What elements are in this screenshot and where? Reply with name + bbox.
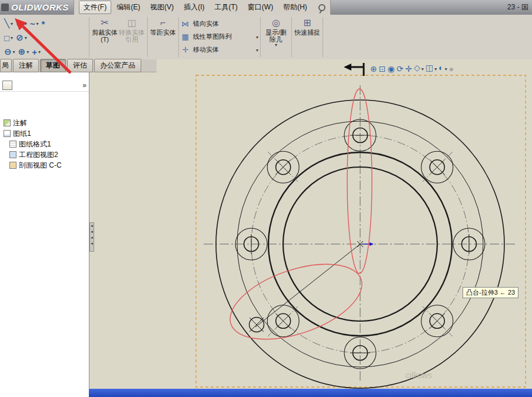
offset-entities-button[interactable]: ⌐ 等距实体 bbox=[149, 15, 177, 59]
convert-entities-button[interactable]: ◫ 转换实体引用 bbox=[118, 15, 145, 59]
tab-layout[interactable]: 局 bbox=[0, 59, 12, 72]
drawing-canvas[interactable]: cilkows bbox=[89, 59, 532, 389]
ellipse-icon: ⊘ bbox=[16, 32, 24, 43]
mirror-entities-label: 镜向实体 bbox=[193, 19, 219, 28]
mirror-entities-button[interactable]: ⋈ 镜向实体 bbox=[181, 18, 258, 29]
tree-item-drawing-view2[interactable]: 工程图视图2 bbox=[0, 149, 89, 160]
scene-icon[interactable]: ● bbox=[449, 64, 454, 74]
sketch-toolbar: ╲ ⊙ ~ * □ ⊘ ⊖ ⊕ + ✂ 剪裁实体(T) ◫ 转换实体引用 bbox=[0, 15, 532, 60]
spline-icon: ~ bbox=[30, 19, 35, 29]
section-view-icon bbox=[9, 162, 16, 169]
menu-file[interactable]: 文件(F) bbox=[79, 1, 111, 14]
menu-help[interactable]: 帮助(H) bbox=[278, 1, 312, 14]
circular-pattern-icon: ⊕ bbox=[18, 46, 26, 57]
tab-evaluate[interactable]: 评估 bbox=[67, 59, 93, 72]
toolbar-separator bbox=[322, 17, 323, 57]
trim-entities-icon: ✂ bbox=[101, 17, 108, 29]
plus-icon: + bbox=[32, 47, 37, 57]
hide-show-items-icon[interactable]: ◐ bbox=[438, 62, 447, 75]
offset-entities-label: 等距实体 bbox=[149, 29, 177, 36]
dropdown-caret-icon[interactable] bbox=[255, 46, 258, 53]
feature-tooltip: 凸台-拉伸3 ← 23 bbox=[463, 287, 518, 298]
tree-item-label: 剖面视图 C-C bbox=[19, 161, 62, 171]
move-entities-label: 移动实体 bbox=[193, 45, 219, 54]
tree-item-label: 图纸格式1 bbox=[19, 139, 51, 149]
panel-splitter-handle[interactable]: ◂◂◂◂ bbox=[89, 222, 94, 252]
display-delete-relations-icon: ◎ bbox=[272, 17, 280, 29]
menu-insert[interactable]: 插入(I) bbox=[179, 1, 209, 14]
trim-entities-button[interactable]: ✂ 剪裁实体(T) bbox=[91, 15, 118, 59]
circle-icon: ⊙ bbox=[16, 18, 24, 29]
spline-tool-button[interactable]: ~ bbox=[29, 19, 39, 29]
tab-sketch[interactable]: 草图 bbox=[40, 59, 66, 72]
dropdown-caret-icon[interactable] bbox=[255, 33, 258, 40]
rotate-view-icon[interactable]: ⟳ bbox=[397, 64, 404, 74]
linear-pattern-icon: ▦ bbox=[181, 32, 190, 41]
toolbar-separator bbox=[178, 17, 179, 57]
view-orientation-icon[interactable]: ◇ bbox=[414, 62, 424, 75]
tree-item-sheet-format1[interactable]: 图纸格式1 bbox=[0, 139, 89, 149]
flange-view bbox=[204, 85, 517, 388]
sheet-tab-icon[interactable] bbox=[2, 81, 12, 90]
menu-bar: 文件(F) 编辑(E) 视图(V) 插入(I) 工具(T) 窗口(W) 帮助(H… bbox=[74, 0, 331, 15]
line-tool-button[interactable]: ╲ bbox=[4, 18, 14, 29]
convert-entities-label: 转换实体引用 bbox=[118, 29, 145, 43]
zoom-fit-icon[interactable]: ⊕ bbox=[370, 64, 377, 74]
display-delete-relations-button[interactable]: ◎ 显示/删除几 ▾ bbox=[262, 15, 290, 59]
tab-annotation[interactable]: 注解 bbox=[13, 59, 39, 72]
slot-tool-button[interactable]: ⊖ bbox=[4, 46, 16, 57]
linear-pattern-button[interactable]: ▦ 线性草图阵列 bbox=[181, 31, 258, 42]
panel-toolbar: » bbox=[0, 79, 89, 92]
solidworks-window: OLIDWORKS 文件(F) 编辑(E) 视图(V) 插入(I) 工具(T) … bbox=[0, 0, 532, 397]
slot-icon: ⊖ bbox=[4, 46, 12, 57]
feature-manager-panel: » 注解 图纸1 图纸格式1 工程图视图2 剖面视图 C-C bbox=[0, 72, 89, 397]
tree-item-annotations[interactable]: 注解 bbox=[0, 118, 89, 128]
app-icon bbox=[1, 4, 9, 11]
toolbar-separator bbox=[147, 17, 148, 57]
sketch-tool-grid: ╲ ⊙ ~ * □ ⊘ ⊖ ⊕ + bbox=[0, 15, 87, 59]
zoom-area-icon[interactable]: ⊡ bbox=[379, 64, 386, 74]
sheet-format-icon bbox=[9, 141, 16, 148]
drawing-area[interactable]: cilkows ⊕ ⊡ ◉ ⟳ ✛ ◇ ◫ ◐ ● 凸台-拉伸3 ← 23 bbox=[89, 59, 532, 389]
quick-snaps-label: 快速捕捉 bbox=[294, 29, 321, 36]
tree-item-label: 注解 bbox=[13, 118, 27, 128]
toolbar-separator bbox=[89, 17, 89, 57]
quick-snaps-button[interactable]: ⊞ 快速捕捉 bbox=[294, 15, 321, 59]
command-manager-tabs: 局 注解 草图 评估 办公室产品 bbox=[0, 59, 157, 72]
tree-item-section-view-cc[interactable]: 剖面视图 C-C bbox=[0, 160, 89, 171]
tree-item-sheet1[interactable]: 图纸1 bbox=[0, 128, 89, 139]
zoom-in-out-icon[interactable]: ◉ bbox=[387, 64, 394, 74]
feature-tree: 注解 图纸1 图纸格式1 工程图视图2 剖面视图 C-C bbox=[0, 118, 89, 171]
app-logo: OLIDWORKS bbox=[11, 2, 69, 12]
heads-up-view-toolbar: ⊕ ⊡ ◉ ⟳ ✛ ◇ ◫ ◐ ● bbox=[370, 62, 454, 75]
move-entities-icon: ✛ bbox=[181, 45, 190, 54]
sheet-icon bbox=[4, 130, 11, 137]
tab-office-products[interactable]: 办公室产品 bbox=[94, 59, 141, 72]
plus-tool-button[interactable]: + bbox=[31, 47, 41, 57]
display-style-icon[interactable]: ◫ bbox=[425, 62, 437, 75]
circle-tool-button[interactable]: ⊙ bbox=[15, 18, 28, 29]
window-title-text: 23 - 国 bbox=[507, 2, 532, 12]
line-icon: ╲ bbox=[4, 18, 9, 29]
menu-window[interactable]: 窗口(W) bbox=[243, 1, 278, 14]
menu-edit[interactable]: 编辑(E) bbox=[112, 1, 145, 14]
rectangle-icon: □ bbox=[4, 33, 9, 43]
pattern-tool-button[interactable]: ⊕ bbox=[18, 46, 30, 57]
drawing-view-icon bbox=[9, 151, 16, 158]
pin-icon[interactable] bbox=[318, 4, 325, 11]
section-arrow bbox=[344, 63, 364, 76]
linear-pattern-label: 线性草图阵列 bbox=[193, 32, 232, 41]
red-markup-ellipses bbox=[221, 89, 372, 354]
menu-view[interactable]: 视图(V) bbox=[145, 1, 178, 14]
ellipse-tool-button[interactable]: ⊘ bbox=[15, 32, 28, 43]
point-tool-button[interactable]: * bbox=[41, 19, 45, 29]
mirror-entities-icon: ⋈ bbox=[181, 19, 190, 28]
convert-entities-icon: ◫ bbox=[127, 17, 136, 29]
rectangle-tool-button[interactable]: □ bbox=[4, 33, 14, 43]
panel-expand-chevron-icon[interactable]: » bbox=[82, 81, 87, 89]
dropdown-caret-icon[interactable]: ▾ bbox=[275, 43, 277, 48]
toolbar-separator bbox=[260, 17, 261, 57]
menu-tools[interactable]: 工具(T) bbox=[210, 1, 242, 14]
move-entities-button[interactable]: ✛ 移动实体 bbox=[181, 44, 258, 55]
pan-icon[interactable]: ✛ bbox=[405, 64, 412, 74]
